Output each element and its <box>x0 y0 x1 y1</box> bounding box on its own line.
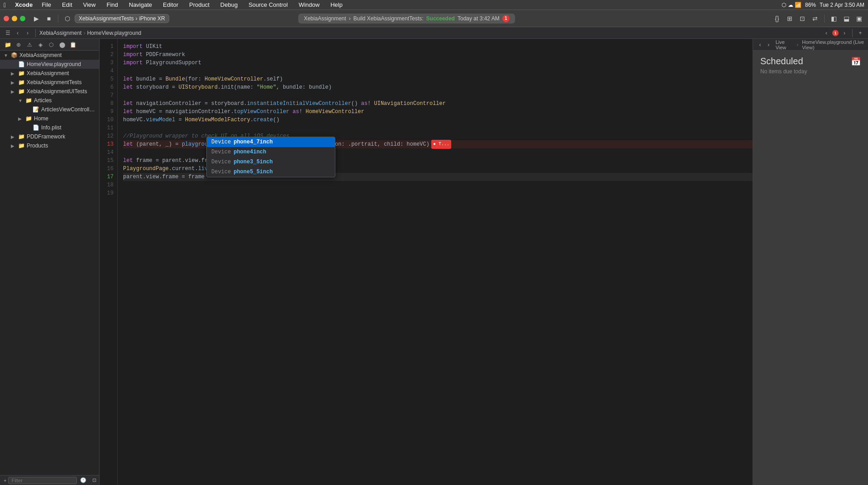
calendar-icon: 📅 <box>851 57 861 67</box>
bc-project[interactable]: XebiaAssignment <box>39 30 81 36</box>
sidebar-content: ▼ 📦 XebiaAssignment 📄 HomeView.playgroun… <box>0 51 99 475</box>
sidebar-item-pdd-framework[interactable]: ▶ 📁 PDDFramework <box>0 132 99 141</box>
sidebar-item-xebia-assignment[interactable]: ▶ 📁 XebiaAssignment <box>0 69 99 78</box>
bc-file[interactable]: HomeView.playground <box>87 30 141 36</box>
menu-bar:  Xcode File Edit View Find Navigate Edi… <box>0 0 868 10</box>
build-action: Build XebiaAssignmentTests: <box>353 15 424 22</box>
menu-edit[interactable]: Edit <box>60 1 74 8</box>
line-num-4: 4 <box>100 67 117 75</box>
apple-menu[interactable]:  <box>4 1 6 9</box>
lv-next-btn[interactable]: › <box>765 41 772 49</box>
recent-files-btn[interactable]: 🕐 <box>79 476 88 485</box>
minimize-button[interactable] <box>12 16 17 21</box>
folder-icon: 📁 <box>25 115 32 122</box>
sidebar-breakpoint-btn[interactable]: ⬤ <box>57 40 67 50</box>
menu-find[interactable]: Find <box>105 1 119 8</box>
sidebar-item-homeview-playground[interactable]: 📄 HomeView.playground <box>0 60 99 69</box>
show-panel-btn[interactable]: ⊡ <box>90 476 99 485</box>
add-btn[interactable]: + <box>4 476 6 485</box>
autocomplete-dropdown[interactable]: Device phone4_7inch Device phone4inch De… <box>206 137 335 177</box>
sidebar-item-xebia-assignment-root[interactable]: ▼ 📦 XebiaAssignment <box>0 51 99 60</box>
autocomplete-item-2[interactable]: Device phone3_5inch <box>207 157 335 167</box>
nav-prev-issue[interactable]: ‹ <box>822 29 830 37</box>
menu-source-control[interactable]: Source Control <box>247 1 290 8</box>
sidebar-item-label: XebiaAssignment <box>27 70 95 76</box>
error-badge-line13: ● T... <box>431 140 451 149</box>
scheme-selector[interactable]: XebiaAssignmentTests › iPhone XR <box>75 14 169 23</box>
code-line-10: homeVC.viewModel = HomeViewModelFactory.… <box>123 116 753 124</box>
autocomplete-item-0[interactable]: Device phone4_7inch <box>207 137 335 147</box>
code-area[interactable]: import UIKit import PDDFramework import … <box>118 39 753 485</box>
autocomplete-item-1[interactable]: Device phone4inch <box>207 147 335 157</box>
sidebar-item-label: Home <box>34 115 95 122</box>
menu-help[interactable]: Help <box>329 1 344 8</box>
code-line-7 <box>123 91 753 100</box>
code-view-btn[interactable]: {} <box>772 13 782 24</box>
filter-input[interactable] <box>8 477 77 484</box>
sidebar-item-xebia-tests[interactable]: ▶ 📁 XebiaAssignmentTests <box>0 78 99 87</box>
menu-bar-right: ⬡ ☁ 📶 86% Tue 2 Apr 3:50 AM <box>782 2 864 8</box>
sidebar-item-info-plist[interactable]: 📄 Info.plist <box>0 123 99 132</box>
panel-bottom-btn[interactable]: ⬓ <box>841 13 852 24</box>
menu-product[interactable]: Product <box>187 1 211 8</box>
menu-navigate[interactable]: Navigate <box>127 1 154 8</box>
nav-back-btn[interactable]: ⇄ <box>810 13 820 24</box>
nav-forward-btn[interactable]: › <box>24 29 32 37</box>
sidebar-source-btn[interactable]: ⊕ <box>14 40 24 50</box>
lv-prev-btn[interactable]: ‹ <box>757 41 763 49</box>
ac-value-2: phone3_5inch <box>234 158 272 166</box>
live-view-btn[interactable]: ⊡ <box>797 13 808 24</box>
disclosure-icon: ▼ <box>4 53 10 58</box>
error-count-badge: 1 <box>502 15 510 22</box>
menu-window[interactable]: Window <box>297 1 321 8</box>
menu-file[interactable]: File <box>40 1 53 8</box>
sidebar-item-xebia-ui-tests[interactable]: ▶ 📁 XebiaAssignmentUITests <box>0 87 99 96</box>
autocomplete-item-3[interactable]: Device phone5_5inch <box>207 167 335 177</box>
panel-left-btn[interactable]: ◧ <box>828 13 839 24</box>
line-num-8: 8 <box>100 100 117 108</box>
nav-back-btn[interactable]: ‹ <box>14 29 22 37</box>
scheme-icon[interactable]: ⬡ <box>62 13 73 24</box>
ac-value-1: phone4inch <box>234 148 266 156</box>
line-num-11: 11 <box>100 124 117 132</box>
group-icon: 📦 <box>11 52 18 58</box>
ac-keyword-1: Device <box>211 148 231 156</box>
panel-right-btn[interactable]: ▣ <box>854 13 864 24</box>
nav-sidebar-btn[interactable]: ☰ <box>4 29 12 37</box>
sidebar-item-home[interactable]: ▶ 📁 Home <box>0 114 99 123</box>
sidebar-item-articles-test[interactable]: 📝 ArticlesViewControllerTest.swift <box>0 105 99 114</box>
grid-view-btn[interactable]: ⊞ <box>784 13 795 24</box>
ac-value-0: phone4_7inch <box>234 138 272 146</box>
menu-debug[interactable]: Debug <box>219 1 239 8</box>
line-num-17: ▶ 17 <box>100 173 117 181</box>
nav-next-issue[interactable]: › <box>840 29 849 37</box>
main-layout: 📁 ⊕ ⚠ ◈ ⬡ ⬤ 📋 ▼ 📦 XebiaAssignment 📄 Home… <box>0 39 868 485</box>
add-file-btn[interactable]: + <box>856 29 864 37</box>
maximize-button[interactable] <box>20 16 25 21</box>
lv-sep: › <box>796 42 798 48</box>
app-name: Xcode <box>15 1 33 8</box>
sidebar-report-btn[interactable]: 📋 <box>68 40 78 50</box>
sidebar-item-products[interactable]: ▶ 📁 Products <box>0 141 99 150</box>
sidebar-folder-btn[interactable]: 📁 <box>3 40 13 50</box>
code-line-8: let navigationController = storyboard.in… <box>123 100 753 108</box>
code-line-1: import UIKit <box>123 43 753 51</box>
sidebar-debug-btn[interactable]: ⬡ <box>46 40 56 50</box>
code-line-5: let bundle = Bundle(for: HomeViewControl… <box>123 75 753 83</box>
sidebar-test-btn[interactable]: ◈ <box>35 40 45 50</box>
swift-file-icon: 📝 <box>33 106 39 113</box>
nav-bar: ☰ ‹ › XebiaAssignment › HomeView.playgro… <box>0 27 868 39</box>
live-view-content: Scheduled 📅 No items due today <box>753 51 868 485</box>
breadcrumb: XebiaAssignment › HomeView.playground <box>39 30 141 36</box>
run-button[interactable]: ▶ <box>31 13 42 24</box>
sidebar-issues-btn[interactable]: ⚠ <box>24 40 34 50</box>
menu-view[interactable]: View <box>81 1 98 8</box>
editor-content[interactable]: 1 2 3 4 5 6 7 8 9 10 11 12 13 14 15 16 ▶… <box>100 39 753 485</box>
sidebar-item-articles[interactable]: ▼ 📁 Articles <box>0 96 99 105</box>
menu-editor[interactable]: Editor <box>161 1 180 8</box>
sidebar-item-label: Info.plist <box>41 124 95 131</box>
sidebar-item-label: XebiaAssignmentUITests <box>27 88 95 95</box>
stop-button[interactable]: ■ <box>43 13 54 24</box>
folder-icon: 📁 <box>18 133 25 140</box>
close-button[interactable] <box>4 16 9 21</box>
